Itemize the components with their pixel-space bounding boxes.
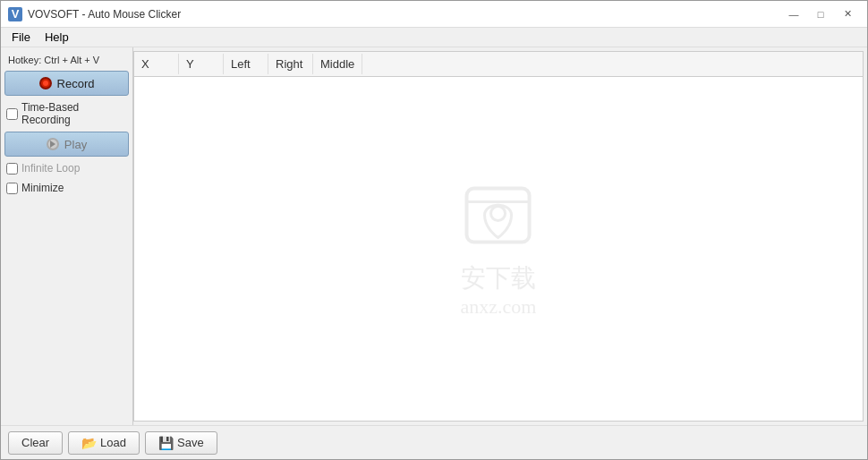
col-middle: Middle — [313, 54, 362, 74]
record-icon-inner — [43, 81, 48, 86]
minimize-row: Minimize — [4, 180, 129, 196]
minimize-label[interactable]: Minimize — [21, 182, 64, 194]
infinite-loop-label[interactable]: Infinite Loop — [21, 162, 80, 175]
menu-file[interactable]: File — [4, 29, 38, 46]
watermark-text: 安下载 — [461, 261, 537, 295]
play-button[interactable]: Play — [4, 132, 129, 157]
load-label: Load — [100, 436, 126, 449]
svg-point-1 — [491, 207, 506, 221]
minimize-button[interactable]: — — [781, 5, 806, 23]
window-title: VOVSOFT - Auto Mouse Clicker — [28, 8, 181, 21]
right-panel: X Y Left Right Middle 安下载 anxz.com — [133, 51, 864, 422]
menu-bar: File Help — [1, 28, 867, 47]
save-icon: 💾 — [158, 436, 174, 450]
hotkey-label: Hotkey: Ctrl + Alt + V — [4, 53, 129, 67]
svg-rect-0 — [467, 189, 530, 243]
record-label: Record — [57, 77, 95, 90]
col-right: Right — [268, 54, 313, 74]
menu-help[interactable]: Help — [38, 29, 76, 46]
time-based-checkbox[interactable] — [6, 108, 18, 120]
content-area: Hotkey: Ctrl + Alt + V Record Time-Based… — [1, 47, 867, 425]
col-left: Left — [224, 54, 268, 74]
bottom-bar: Clear 📂 Load 💾 Save — [1, 425, 867, 459]
minimize-checkbox[interactable] — [6, 183, 18, 194]
clear-button[interactable]: Clear — [8, 431, 63, 455]
col-x: X — [134, 54, 179, 74]
infinite-loop-checkbox[interactable] — [6, 163, 18, 175]
clear-label: Clear — [21, 436, 49, 449]
table-header: X Y Left Right Middle — [134, 52, 863, 77]
table-body: 安下载 anxz.com — [134, 77, 863, 421]
infinite-loop-row: Infinite Loop — [4, 160, 129, 176]
left-panel: Hotkey: Ctrl + Alt + V Record Time-Based… — [1, 47, 133, 425]
record-icon — [39, 77, 52, 89]
time-based-label[interactable]: Time-Based Recording — [21, 101, 127, 126]
load-icon: 📂 — [81, 436, 97, 450]
title-bar: V VOVSOFT - Auto Mouse Clicker — □ ✕ — [1, 1, 867, 28]
record-button[interactable]: Record — [4, 71, 129, 96]
watermark: 安下载 anxz.com — [461, 180, 537, 319]
save-button[interactable]: 💾 Save — [145, 431, 217, 455]
watermark-icon — [463, 180, 534, 251]
save-label: Save — [177, 436, 204, 449]
close-button[interactable]: ✕ — [835, 5, 860, 23]
watermark-subtext: anxz.com — [461, 295, 537, 319]
title-bar-controls: — □ ✕ — [781, 5, 860, 23]
play-icon-inner — [50, 141, 55, 148]
col-y: Y — [179, 54, 224, 74]
load-button[interactable]: 📂 Load — [68, 431, 140, 455]
title-bar-left: V VOVSOFT - Auto Mouse Clicker — [8, 7, 181, 21]
time-based-row: Time-Based Recording — [4, 99, 129, 128]
maximize-button[interactable]: □ — [808, 5, 833, 23]
main-window: V VOVSOFT - Auto Mouse Clicker — □ ✕ Fil… — [0, 0, 868, 460]
app-icon: V — [8, 7, 22, 21]
play-icon — [47, 138, 59, 150]
play-label: Play — [64, 138, 87, 151]
